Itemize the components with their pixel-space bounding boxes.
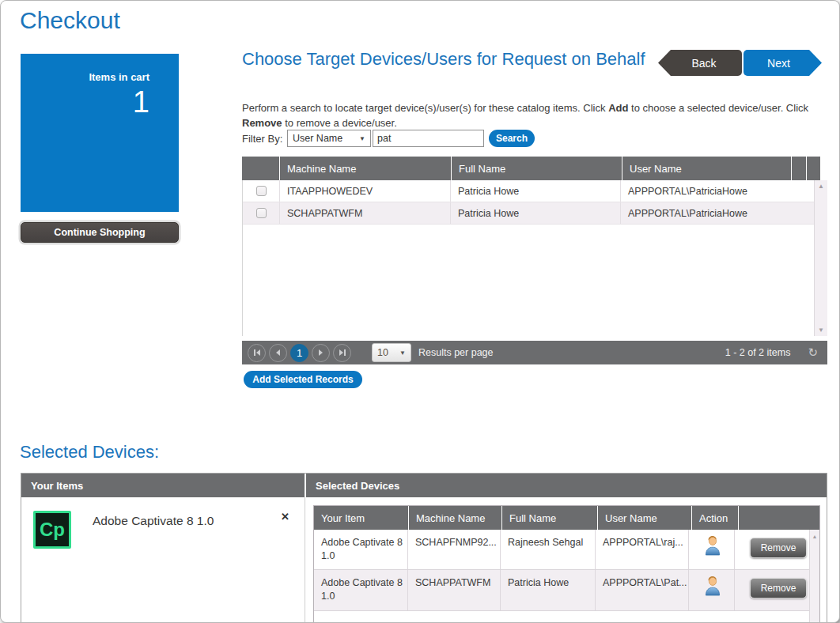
column-header-remove	[739, 506, 819, 530]
row-checkbox[interactable]	[256, 208, 267, 218]
page-title: Checkout	[20, 7, 120, 34]
machine-name-cell: SCHAPPATWFM	[280, 202, 451, 224]
results-grid-body: ITAAPPHOWEDEV Patricia Howe APPPORTAL\Pa…	[242, 180, 827, 336]
last-page-button[interactable]	[333, 344, 351, 362]
pager-bar: 1 10 ▼ Results per page 1 - 2 of 2 items…	[242, 341, 827, 364]
full-name-cell: Patricia Howe	[451, 180, 621, 202]
column-header-your-item[interactable]: Your Item	[314, 506, 408, 530]
table-row[interactable]: SCHAPPATWFM Patricia Howe APPPORTAL\Patr…	[243, 202, 827, 225]
filter-by-label: Filter By:	[242, 133, 282, 145]
results-grid: Machine Name Full Name User Name ITAAPPH…	[242, 157, 827, 336]
user-icon[interactable]	[704, 535, 721, 556]
cart-summary-box: Items in cart 1	[21, 54, 179, 212]
back-button[interactable]: Back	[658, 50, 742, 76]
results-per-page-label: Results per page	[418, 347, 494, 358]
row-checkbox[interactable]	[256, 186, 267, 196]
selected-devices-heading: Selected Devices:	[20, 442, 159, 463]
instructions-add-keyword: Add	[608, 102, 628, 114]
column-header-full-name[interactable]: Full Name	[452, 157, 622, 180]
user-name-cell: APPPORTAL\raj...	[596, 530, 689, 569]
machine-name-cell: SCHAPPATWFM	[408, 570, 501, 610]
full-name-cell: Rajneesh Sehgal	[501, 530, 596, 569]
continue-shopping-button[interactable]: Continue Shopping	[21, 222, 179, 243]
page-size-value: 10	[377, 347, 388, 358]
your-items-pane: Cp Adobe Captivate 8 1.0 ✕	[21, 497, 305, 623]
machine-name-cell: SCHAPFNMP92...	[408, 530, 501, 569]
instructions-part3: to remove a device/user.	[282, 117, 397, 129]
instructions-part1: Perform a search to locate target device…	[242, 102, 608, 114]
user-icon[interactable]	[704, 576, 721, 596]
items-range-label: 1 - 2 of 2 items	[725, 347, 791, 358]
search-input[interactable]	[373, 130, 484, 147]
instructions-text: Perform a search to locate target device…	[242, 100, 826, 130]
refresh-icon[interactable]: ↻	[808, 345, 818, 360]
column-header-user-name[interactable]: User Name	[622, 157, 791, 180]
filter-field-select[interactable]: User Name ▼	[287, 130, 371, 147]
adobe-captivate-icon: Cp	[33, 511, 71, 549]
full-name-cell: Patricia Howe	[501, 570, 596, 610]
panel-header: Your Items Selected Devices	[21, 474, 827, 497]
remove-button[interactable]: Remove	[750, 538, 807, 558]
column-header-full-name[interactable]: Full Name	[502, 506, 597, 530]
close-icon[interactable]: ✕	[281, 511, 289, 523]
results-grid-header: Machine Name Full Name User Name	[242, 157, 827, 180]
scroll-up-icon[interactable]: ▲	[818, 183, 824, 190]
user-name-cell: APPPORTAL\Pat...	[596, 570, 689, 610]
page-size-select[interactable]: 10 ▼	[372, 343, 411, 362]
checkout-page: Checkout Items in cart 1 Continue Shoppi…	[0, 0, 840, 623]
your-items-header: Your Items	[21, 474, 305, 497]
search-button[interactable]: Search	[489, 130, 535, 147]
column-header-user-name[interactable]: User Name	[598, 506, 691, 530]
machine-name-cell: ITAAPPHOWEDEV	[280, 180, 451, 202]
selected-devices-panel: Your Items Selected Devices Cp Adobe Cap…	[21, 473, 827, 623]
column-header-machine-name[interactable]: Machine Name	[409, 506, 501, 530]
previous-page-button[interactable]	[269, 344, 287, 362]
scroll-down-icon[interactable]: ▼	[818, 327, 824, 334]
cart-item-name: Adobe Captivate 8 1.0	[93, 514, 214, 528]
section-heading: Choose Target Devices/Users for Request …	[242, 48, 660, 70]
current-page-button[interactable]: 1	[290, 344, 308, 362]
items-in-cart-label: Items in cart	[89, 71, 149, 83]
next-page-button[interactable]	[312, 344, 330, 362]
chevron-down-icon: ▼	[359, 135, 365, 142]
instructions-part2: to choose a selected device/user. Click	[628, 102, 808, 114]
filter-selected-option: User Name	[293, 133, 342, 144]
vertical-scrollbar[interactable]: ▲ ▼	[814, 180, 827, 336]
full-name-cell: Patricia Howe	[451, 202, 621, 224]
selected-devices-table-header: Your Item Machine Name Full Name User Na…	[314, 506, 819, 530]
column-header-action[interactable]: Action	[692, 506, 738, 530]
scroll-up-icon[interactable]: ▲	[812, 534, 818, 623]
table-row[interactable]: ITAAPPHOWEDEV Patricia Howe APPPORTAL\Pa…	[243, 180, 827, 202]
column-header-checkbox	[242, 157, 279, 180]
add-selected-records-button[interactable]: Add Selected Records	[244, 371, 362, 388]
vertical-scrollbar[interactable]: ▲	[809, 530, 819, 623]
remove-button[interactable]: Remove	[750, 578, 807, 598]
your-item-cell: Adobe Captivate 8 1.0	[314, 570, 408, 610]
column-header-spacer-2	[807, 157, 820, 180]
chevron-down-icon: ▼	[399, 349, 406, 357]
user-name-cell: APPPORTAL\PatriciaHowe	[621, 202, 827, 224]
first-page-button[interactable]	[248, 344, 266, 362]
selected-devices-header: Selected Devices	[306, 474, 827, 497]
cart-count: 1	[133, 85, 149, 119]
your-item-cell: Adobe Captivate 8 1.0	[314, 530, 408, 569]
column-header-spacer-1	[792, 157, 806, 180]
table-row: Adobe Captivate 8 1.0 SCHAPPATWFM Patric…	[314, 570, 819, 611]
next-button[interactable]: Next	[744, 50, 822, 76]
selected-devices-table: Your Item Machine Name Full Name User Na…	[313, 505, 820, 623]
instructions-remove-keyword: Remove	[242, 117, 282, 129]
table-row: Adobe Captivate 8 1.0 SCHAPFNMP92... Raj…	[314, 530, 819, 570]
column-header-machine-name[interactable]: Machine Name	[280, 157, 451, 180]
user-name-cell: APPPORTAL\PatriciaHowe	[621, 180, 827, 202]
